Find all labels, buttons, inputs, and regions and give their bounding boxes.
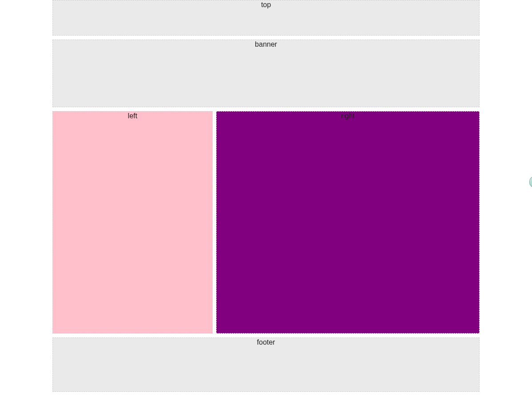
floating-badge-icon[interactable] [529, 177, 532, 187]
right-label: right [341, 112, 355, 120]
top-label: top [261, 0, 271, 9]
footer-region: footer [52, 338, 480, 392]
right-region: right [216, 111, 480, 334]
layout-container: top banner left right footer [52, 0, 480, 392]
left-label: left [128, 112, 137, 120]
top-region: top [52, 0, 480, 36]
left-region: left [52, 111, 213, 334]
banner-label: banner [255, 40, 277, 48]
footer-label: footer [257, 338, 275, 346]
banner-region: banner [52, 40, 480, 107]
middle-row: left right [52, 111, 480, 334]
